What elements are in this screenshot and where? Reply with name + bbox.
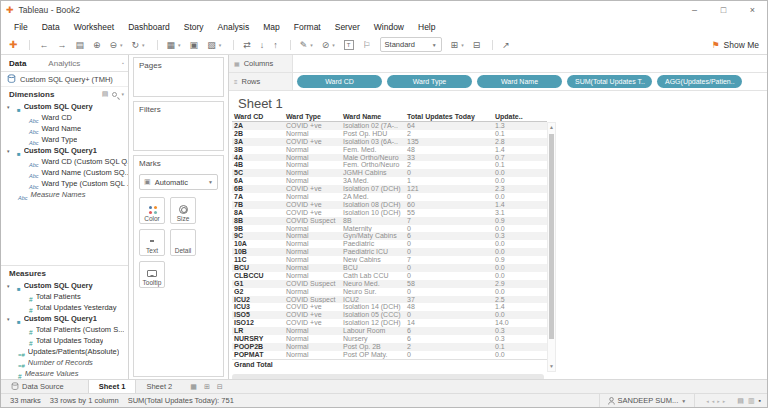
- table-row[interactable]: G1 COVID Suspect Neuro Med. 58 2.9: [232, 280, 547, 288]
- field-row[interactable]: ▾ Ward CD (Custom SQL Q...: [1, 156, 128, 167]
- table-row[interactable]: 10B Normal Paediatric ICU 0 0.0: [232, 248, 547, 256]
- table-row[interactable]: ICU2 COVID Suspect ICU2 37 2.5: [232, 296, 547, 304]
- new-worksheet-icon[interactable]: ▦: [157, 40, 181, 50]
- filters-shelf[interactable]: Filters: [133, 101, 224, 151]
- expand-caret-icon[interactable]: ▾: [7, 104, 10, 110]
- tooltip-button[interactable]: Tooltip: [139, 261, 165, 288]
- column-header[interactable]: Update..: [493, 112, 541, 121]
- column-header[interactable]: Ward CD: [232, 112, 284, 121]
- field-pill[interactable]: Ward Name: [477, 75, 562, 88]
- table-row[interactable]: 3A COVID +ve Isolation 03 (6A-.. 135 2.8: [232, 138, 547, 146]
- scroll-up-icon[interactable]: ▲: [548, 123, 555, 132]
- new-story-icon[interactable]: ⊟: [217, 383, 223, 391]
- menu-item[interactable]: Analysis: [211, 19, 257, 35]
- show-me-button[interactable]: ⚑ Show Me: [711, 35, 759, 55]
- field-row[interactable]: ▾ Measure Values: [1, 368, 128, 379]
- table-row[interactable]: POOP2B Normal Post Op. 2B 2 0.1: [232, 343, 547, 351]
- detail-button[interactable]: Detail: [170, 229, 196, 256]
- table-row[interactable]: LR Normal Labour Room 6 0.3: [232, 327, 547, 335]
- color-button[interactable]: Color: [139, 197, 165, 224]
- text-label-icon[interactable]: T: [344, 40, 354, 50]
- menu-item[interactable]: Story: [177, 19, 211, 35]
- presentation-mode-icon[interactable]: ⊟: [473, 40, 481, 50]
- new-datasource-icon[interactable]: ⊕: [93, 40, 101, 50]
- new-worksheet-icon[interactable]: ▦: [190, 383, 197, 391]
- menu-item[interactable]: Data: [35, 19, 67, 35]
- expand-caret-icon[interactable]: ▾: [7, 316, 10, 322]
- table-row[interactable]: 2A COVID +ve Isolation 02 (7A-.. 64 1.3: [232, 122, 547, 130]
- field-pill[interactable]: Ward CD: [297, 75, 382, 88]
- field-row[interactable]: ▾ Total Patients (Custom S...: [1, 324, 128, 335]
- view-as-icon[interactable]: ▤: [102, 90, 109, 98]
- find-field-icon[interactable]: [112, 92, 117, 97]
- table-row[interactable]: 7A Normal 2A Med. 0 0.0: [232, 193, 547, 201]
- table-row[interactable]: G2 Normal Neuro Sur. 0 0.0: [232, 288, 547, 296]
- pause-auto-updates-icon[interactable]: ⊖: [109, 40, 122, 50]
- field-pill[interactable]: SUM(Total Updates T..: [567, 75, 652, 88]
- table-row[interactable]: 4B Normal Fem. Ortho/Neuro 2 0.1: [232, 161, 547, 169]
- tab-data[interactable]: Data: [9, 59, 26, 68]
- menu-item[interactable]: Help: [411, 19, 442, 35]
- clear-sheet-icon[interactable]: ▧: [207, 40, 221, 50]
- field-row[interactable]: ▾ Ward CD: [1, 112, 128, 123]
- field-row[interactable]: ▾ Custom SQL Query1: [1, 313, 128, 324]
- mark-type-dropdown[interactable]: ▣ Automatic ▼: [139, 174, 218, 190]
- sort-descending-icon[interactable]: ↑: [273, 40, 278, 50]
- menu-item[interactable]: Dashboard: [121, 19, 177, 35]
- menu-item[interactable]: Worksheet: [67, 19, 121, 35]
- redo-icon[interactable]: →: [57, 40, 66, 50]
- expand-caret-icon[interactable]: ▾: [7, 283, 10, 289]
- new-dashboard-icon[interactable]: ⊞: [204, 383, 210, 391]
- share-icon[interactable]: ↗: [492, 40, 510, 50]
- vertical-scrollbar[interactable]: ▲ ▼: [547, 122, 556, 372]
- field-row[interactable]: ▾ Measure Names: [1, 189, 128, 200]
- collapse-pane-icon[interactable]: ▪: [122, 60, 124, 66]
- tab-sheet-2[interactable]: Sheet 2: [136, 380, 182, 393]
- undo-icon[interactable]: ←: [29, 40, 48, 50]
- table-row[interactable]: 7B COVID +ve Isolation 08 (DCH) 60 1.4: [232, 201, 547, 209]
- field-row[interactable]: ▾ Custom SQL Query: [1, 280, 128, 291]
- filmstrip-icon[interactable]: ▥: [748, 397, 755, 404]
- menu-item[interactable]: File: [7, 19, 35, 35]
- menu-item[interactable]: Server: [328, 19, 367, 35]
- table-row[interactable]: 11C Normal New Cabins 7 0.9: [232, 256, 547, 264]
- table-row[interactable]: POPMAT Normal Post OP Maty. 0 0.0: [232, 351, 547, 359]
- pane-menu-icon[interactable]: ▾: [121, 91, 124, 97]
- table-row[interactable]: 9B Normal Maternity 0 0.0: [232, 225, 547, 233]
- table-row[interactable]: CLBCCU Normal Cath Lab CCU 0 0.0: [232, 272, 547, 280]
- maximize-button[interactable]: □: [709, 1, 738, 19]
- size-button[interactable]: Size: [170, 197, 196, 224]
- table-row[interactable]: 4A Normal Male Ortho/Neuro 33 0.7: [232, 154, 547, 162]
- nav-last-icon[interactable]: ▸: [723, 398, 726, 404]
- tab-sheet-1[interactable]: Sheet 1: [88, 380, 137, 393]
- sort-ascending-icon[interactable]: ↓: [260, 40, 265, 50]
- table-row[interactable]: ISO12 COVID +ve Isolation 12 (DCH) 14 14…: [232, 319, 547, 327]
- table-row[interactable]: 3B Normal Fem. Med. 48 1.4: [232, 146, 547, 154]
- sheet-sorter-icon[interactable]: ▤: [737, 397, 744, 404]
- table-row[interactable]: 8A COVID +ve Isolation 10 (DCH) 55 3.1: [232, 209, 547, 217]
- minimize-button[interactable]: –: [680, 1, 709, 19]
- user-menu[interactable]: SANDEEP SUM... ▼: [599, 394, 696, 407]
- field-row[interactable]: ▾ Custom SQL Query1: [1, 145, 128, 156]
- nav-next-icon[interactable]: ▸: [717, 398, 720, 404]
- table-row[interactable]: NURSRY Normal Nursery 6 0.3: [232, 335, 547, 343]
- table-row[interactable]: 8B COVID Suspect 8B 7 0.9: [232, 217, 547, 225]
- tableau-logo-icon[interactable]: ✚: [9, 39, 17, 50]
- field-pill[interactable]: Ward Type: [387, 75, 472, 88]
- scrollbar-thumb[interactable]: [549, 134, 554, 339]
- menu-item[interactable]: Window: [367, 19, 411, 35]
- column-header[interactable]: Total Updates Today: [405, 112, 493, 121]
- column-header[interactable]: Ward Name: [341, 112, 405, 121]
- fit-selector[interactable]: Standard ▼: [380, 37, 442, 52]
- table-row[interactable]: ISO5 COVID +ve Isolation 05 (CCC) 0 0.0: [232, 311, 547, 319]
- close-button[interactable]: ×: [738, 1, 767, 19]
- column-header[interactable]: Ward Type: [284, 112, 341, 121]
- expand-caret-icon[interactable]: ▾: [7, 148, 10, 154]
- menu-item[interactable]: Format: [287, 19, 328, 35]
- table-row[interactable]: 2B Normal Post Op. HDU 2 0.1: [232, 130, 547, 138]
- rows-shelf[interactable]: ≡ Rows Ward CDWard TypeWard NameSUM(Tota…: [229, 73, 767, 91]
- run-update-icon[interactable]: ↻: [132, 40, 145, 50]
- show-tabs-icon[interactable]: ▪: [759, 397, 761, 404]
- swap-rows-columns-icon[interactable]: ⇄: [233, 40, 251, 50]
- scroll-down-icon[interactable]: ▼: [548, 362, 555, 371]
